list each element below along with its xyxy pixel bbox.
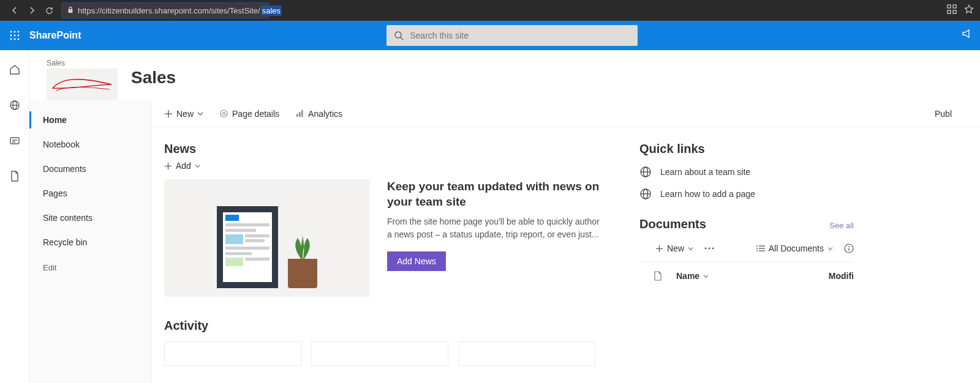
news-icon[interactable] — [5, 131, 24, 151]
brand-label[interactable]: SharePoint — [29, 30, 81, 41]
svg-rect-2 — [953, 5, 956, 8]
documents-title: Documents — [639, 217, 706, 231]
globe-icon — [639, 166, 652, 178]
svg-point-24 — [221, 110, 227, 117]
url-selection: sales — [261, 6, 282, 16]
forward-button[interactable] — [23, 2, 40, 19]
svg-point-14 — [395, 32, 401, 38]
nav-pages[interactable]: Pages — [29, 181, 151, 206]
svg-rect-26 — [296, 114, 298, 117]
site-logo[interactable] — [47, 69, 118, 100]
docs-new-button[interactable]: New — [655, 244, 693, 253]
nav-recycle-bin[interactable]: Recycle bin — [29, 230, 151, 255]
site-header: Sales Sales — [29, 50, 980, 100]
svg-line-15 — [401, 37, 403, 40]
activity-card[interactable] — [458, 341, 595, 366]
svg-point-8 — [10, 35, 12, 37]
quick-links-title: Quick links — [639, 142, 854, 156]
plus-icon — [655, 245, 663, 253]
activity-card[interactable] — [311, 341, 448, 366]
nav-notebook[interactable]: Notebook — [29, 132, 151, 157]
svg-rect-27 — [299, 112, 301, 117]
plus-icon — [164, 110, 173, 118]
news-add-button[interactable]: Add — [164, 161, 605, 171]
more-icon — [704, 247, 714, 250]
add-news-button[interactable]: Add News — [387, 251, 446, 271]
breadcrumb[interactable]: Sales — [47, 59, 118, 67]
name-column[interactable]: Name — [676, 271, 829, 281]
side-navigation: Home Notebook Documents Pages Site conte… — [29, 100, 152, 383]
svg-point-40 — [709, 248, 710, 250]
news-illustration — [164, 179, 370, 297]
nav-site-contents[interactable]: Site contents — [29, 206, 151, 230]
docs-more-button[interactable] — [704, 247, 714, 250]
address-bar[interactable]: https://citizenbuilders.sharepoint.com/s… — [61, 2, 270, 18]
svg-point-12 — [14, 39, 16, 40]
svg-point-45 — [756, 245, 758, 247]
site-title: Sales — [131, 68, 176, 87]
svg-point-47 — [756, 250, 758, 251]
nav-home[interactable]: Home — [29, 108, 151, 132]
svg-rect-28 — [301, 110, 303, 117]
plus-icon — [164, 162, 172, 170]
lock-icon — [67, 6, 74, 15]
svg-point-46 — [756, 248, 758, 249]
qr-icon[interactable] — [947, 4, 957, 17]
url-text: https://citizenbuilders.sharepoint.com/s… — [78, 6, 260, 15]
modified-column[interactable]: Modifi — [829, 271, 854, 281]
chevron-down-icon — [197, 111, 203, 117]
activity-card[interactable] — [164, 341, 301, 366]
command-bar: New Page details Analytics Publ — [152, 100, 980, 127]
svg-point-49 — [848, 246, 850, 247]
docs-view-selector[interactable]: All Documents — [756, 244, 833, 253]
file-icon — [654, 271, 662, 281]
svg-point-6 — [14, 31, 16, 33]
suite-header: SharePoint — [0, 21, 980, 50]
nav-documents[interactable]: Documents — [29, 157, 151, 181]
activity-title: Activity — [164, 319, 605, 333]
browser-chrome: https://citizenbuilders.sharepoint.com/s… — [0, 0, 980, 21]
svg-point-39 — [705, 248, 707, 250]
documents-table-header: Name Modifi — [639, 262, 854, 289]
search-icon — [394, 31, 404, 40]
documents-toolbar: New All Documents — [655, 244, 854, 253]
quick-link-team-site[interactable]: Learn about a team site — [639, 166, 854, 178]
search-box[interactable] — [386, 25, 638, 46]
info-icon — [844, 244, 854, 253]
see-all-link[interactable]: See all — [829, 221, 854, 230]
page-details-button[interactable]: Page details — [219, 109, 279, 119]
gear-icon — [219, 109, 228, 118]
chevron-down-icon — [688, 246, 693, 251]
new-button[interactable]: New — [164, 109, 203, 119]
chevron-down-icon — [827, 246, 833, 251]
svg-point-10 — [18, 35, 20, 37]
megaphone-icon[interactable] — [962, 28, 973, 42]
publish-button[interactable]: Publ — [935, 109, 952, 119]
docs-info-button[interactable] — [844, 244, 854, 253]
search-input[interactable] — [410, 31, 630, 40]
files-icon[interactable] — [5, 166, 24, 186]
svg-point-25 — [223, 113, 225, 115]
svg-point-5 — [10, 31, 12, 33]
home-icon[interactable] — [5, 60, 24, 80]
nav-edit[interactable]: Edit — [29, 255, 151, 281]
globe-icon — [639, 188, 652, 200]
back-button[interactable] — [6, 2, 23, 19]
quick-link-add-page[interactable]: Learn how to add a page — [639, 188, 854, 200]
svg-point-41 — [712, 248, 714, 250]
svg-rect-0 — [69, 9, 73, 13]
reload-button[interactable] — [40, 2, 58, 19]
globe-icon[interactable] — [5, 95, 24, 115]
analytics-icon — [295, 109, 304, 118]
news-headline: Keep your team updated with news on your… — [387, 179, 605, 209]
svg-rect-1 — [948, 5, 951, 8]
svg-rect-4 — [953, 10, 956, 13]
svg-point-13 — [18, 39, 20, 40]
plant-icon — [290, 234, 315, 261]
news-title: News — [164, 142, 605, 156]
star-icon[interactable] — [964, 4, 974, 17]
analytics-button[interactable]: Analytics — [295, 109, 342, 119]
app-launcher[interactable] — [0, 21, 29, 50]
svg-point-7 — [18, 31, 20, 33]
file-type-column[interactable] — [639, 271, 676, 281]
